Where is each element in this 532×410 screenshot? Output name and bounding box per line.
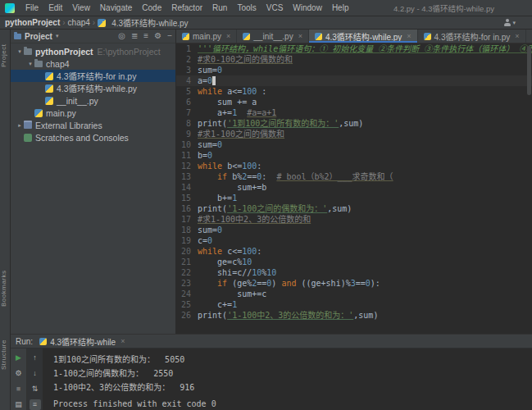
code-line[interactable]: 25 c+=1 — [176, 299, 532, 310]
tree-chevron-icon[interactable]: ▾ — [26, 61, 34, 67]
tree-item-4-3-while-py[interactable]: 4.3循环结构-while.py — [11, 82, 175, 94]
up-stack-trace-icon[interactable]: ↑ — [30, 352, 41, 362]
code-line[interactable]: 15 b+=1 — [176, 193, 532, 203]
line-number: 23 — [176, 278, 198, 289]
code-token: sum= — [198, 66, 217, 75]
close-icon[interactable]: × — [515, 32, 519, 40]
soft-wrap-icon[interactable]: ⇅ — [30, 384, 41, 394]
tree-item-init-py[interactable]: __init__.py — [11, 94, 175, 107]
code-line[interactable]: 9#求1-100之间的偶数和 — [176, 129, 532, 139]
code-line[interactable]: 12while b<=100: — [176, 161, 532, 171]
code-token: while — [198, 247, 227, 256]
line-content: while b<=100: — [198, 161, 532, 171]
code-line[interactable]: 1'''循环结构，while循环语句：① 初始化变量 ②条件判断 ③条件执行体（… — [176, 43, 532, 54]
menu-item-file[interactable]: File — [21, 2, 43, 13]
stop-icon[interactable]: ■ — [13, 384, 25, 394]
project-view-selector[interactable]: Project ▾ — [14, 32, 58, 41]
code-line[interactable]: 22 shi=c//10%10 — [176, 267, 532, 278]
editor-tab-4-3-for-in-py[interactable]: 4.3循环结构-for in.py× — [418, 30, 526, 43]
menu-item-refactor[interactable]: Refactor — [167, 2, 207, 13]
tree-chevron-icon[interactable]: ▾ — [16, 48, 24, 55]
menu-item-run[interactable]: Run — [208, 2, 231, 13]
python-file-icon — [243, 33, 250, 40]
menu-item-navigate[interactable]: Navigate — [96, 2, 136, 13]
tree-item-scratches-and-consoles[interactable]: Scratches and Consoles — [11, 131, 175, 144]
menu-item-view[interactable]: View — [68, 2, 94, 13]
menu-item-code[interactable]: Code — [138, 2, 166, 13]
editor-tab-main-py[interactable]: main.py× — [176, 30, 237, 43]
locate-icon[interactable]: ◎ — [118, 32, 125, 40]
tree-item-pythonproject[interactable]: ▾pythonProjectE:\pythonProject — [11, 45, 175, 57]
line-number: 24 — [176, 289, 198, 299]
code-line[interactable]: 20while c<=100: — [176, 246, 532, 257]
breadcrumb-label: 4.3循环结构-while.py — [111, 16, 188, 29]
breadcrumb-item-pythonproject[interactable]: pythonProject — [5, 18, 60, 27]
chevron-down-icon[interactable]: ▾ — [512, 20, 516, 26]
code-line[interactable]: 8print('1到100之间所有数的和为：',sum) — [176, 118, 532, 129]
code-line[interactable]: 16print('1-100之间的偶数和为：',sum) — [176, 203, 532, 214]
breadcrumb-item-4-3-while-py[interactable]: 4.3循环结构-while.py — [98, 16, 188, 29]
code-token: b<= — [227, 162, 242, 171]
code-token: while — [198, 87, 227, 96]
run-toolbar: ▶⚙■▤ — [11, 348, 27, 410]
run-tab[interactable]: 4.3循环结构-while × — [39, 335, 125, 348]
code-line[interactable]: 11b=0 — [176, 150, 532, 161]
code-editor[interactable]: 1'''循环结构，while循环语句：① 初始化变量 ②条件判断 ③条件执行体（… — [176, 43, 532, 334]
menu-item-edit[interactable]: Edit — [44, 2, 66, 13]
tree-item-main-py[interactable]: main.py — [11, 107, 175, 119]
settings-wrench-icon[interactable]: ⚙ — [13, 367, 25, 378]
settings-gear-icon[interactable]: ⚙ — [154, 32, 161, 40]
editor-scrollbar[interactable] — [527, 46, 531, 95]
stripe-bookmarks-button[interactable]: Bookmarks — [0, 264, 11, 313]
breadcrumb-item-chap4[interactable]: chap4 — [68, 18, 90, 27]
breadcrumb: pythonProject›chap4›4.3循环结构-while.py — [5, 16, 189, 29]
code-line[interactable]: 10sum=0 — [176, 139, 532, 150]
code-line[interactable]: 14 sum+=b — [176, 182, 532, 193]
code-line[interactable]: 24 sum+=c — [176, 289, 532, 299]
code-line[interactable]: 6 sum += a — [176, 97, 532, 107]
code-line[interactable]: 23 if (ge%2==0) and ((ge+shi)%3==0): — [176, 278, 532, 289]
rerun-icon[interactable]: ▶ — [13, 352, 25, 362]
user-avatar-icon[interactable] — [503, 19, 511, 26]
stripe-structure-button[interactable]: Structure — [0, 333, 11, 377]
menu-item-tools[interactable]: Tools — [233, 2, 260, 13]
project-icon — [14, 34, 21, 39]
code-line[interactable]: 21 ge=c%10 — [176, 257, 532, 267]
line-number: 25 — [176, 299, 198, 310]
code-token: 10 — [242, 257, 252, 266]
down-stack-trace-icon[interactable]: ↓ — [30, 367, 41, 378]
expand-all-icon[interactable]: ≣ — [131, 32, 138, 40]
close-icon[interactable]: × — [226, 32, 230, 40]
menu-item-window[interactable]: Window — [289, 2, 326, 13]
collapse-all-icon[interactable]: ≡ — [143, 32, 148, 40]
tree-item-label: 4.3循环结构-for in.py — [57, 70, 136, 82]
close-icon[interactable]: × — [298, 32, 302, 40]
code-line[interactable]: 13 if b%2==0: # bool（b%2）___求奇数和（ — [176, 171, 532, 182]
stripe-project-button[interactable]: Project — [0, 33, 11, 79]
code-line[interactable]: 17#求1-100中2、3的公倍数的和 — [176, 214, 532, 225]
hide-panel-icon[interactable]: − — [167, 32, 172, 40]
line-content: sum=0 — [198, 139, 532, 150]
code-line[interactable]: 3sum=0 — [176, 65, 532, 75]
code-line[interactable]: 26print('1-100中2、3的公倍数的和为：',sum) — [176, 310, 532, 321]
code-line[interactable]: 18sum=0 — [176, 225, 532, 235]
editor-tab-4-3-while-py[interactable]: 4.3循环结构-while.py× — [309, 30, 418, 43]
tree-item-4-3-for-in-py[interactable]: 4.3循环结构-for in.py — [11, 70, 175, 82]
close-icon[interactable]: × — [407, 32, 411, 40]
code-line[interactable]: 7 a+=1 #a=a+1 — [176, 107, 532, 118]
code-token: 0 — [207, 151, 212, 160]
close-icon[interactable]: × — [120, 337, 125, 345]
menu-item-help[interactable]: Help — [328, 2, 353, 13]
tree-item-chap4[interactable]: ▾chap4 — [11, 57, 175, 70]
code-line[interactable]: 5while a<=100 : — [176, 86, 532, 97]
show-console-icon[interactable]: ▤ — [13, 399, 25, 410]
tree-item-external-libraries[interactable]: ▸External Libraries — [11, 119, 175, 131]
code-line[interactable]: 19c=0 — [176, 235, 532, 246]
code-line[interactable]: 4a=0 — [176, 75, 532, 86]
scroll-to-end-icon[interactable]: ≡ — [30, 399, 41, 410]
editor-tab-init-py[interactable]: __init__.py× — [237, 30, 309, 43]
menu-item-vcs[interactable]: VCS — [262, 2, 288, 13]
code-token: b= — [198, 151, 207, 160]
tree-chevron-icon[interactable]: ▸ — [16, 122, 24, 129]
code-line[interactable]: 2#求0-100之间的偶数的和 — [176, 54, 532, 65]
